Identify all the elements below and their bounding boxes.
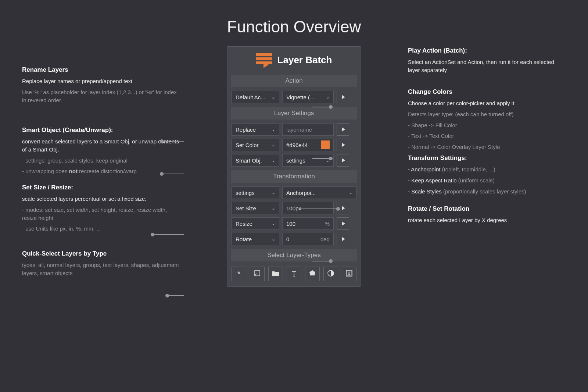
callout-desc: Choose a color per color-picker and appl… (408, 99, 514, 107)
callout-hint: - Normal -> Color Overlay Layer Style (408, 143, 514, 151)
color-run-button[interactable] (337, 139, 349, 151)
setsize-input[interactable]: 100px (282, 202, 334, 214)
callout-hint: - use Units like px, in, %, mm, ... (22, 225, 180, 233)
callout-line: - Anchorpoint (topleft, topmiddle, ...) (408, 165, 526, 174)
callout-title: Rotate / Set Rotation (408, 205, 507, 213)
panel-title: Layer Batch (277, 54, 332, 66)
callout-size: Set Size / Resize: scale selected layers… (22, 184, 180, 236)
callout-desc: scale selected layers percentual or set … (22, 195, 180, 203)
folder-icon (272, 270, 279, 278)
resize-mode-dropdown[interactable]: Resize ⌄ (232, 217, 279, 230)
chevron-down-icon: ⌄ (349, 190, 352, 195)
smart-object-icon: S (345, 270, 353, 278)
type-smart-button[interactable]: S (342, 267, 356, 281)
chevron-down-icon: ⌄ (326, 95, 330, 100)
type-adjustment-button[interactable] (323, 267, 338, 281)
setsize-value: 100px (286, 205, 301, 211)
callout-quickselect: Quick-Select Layers by Type types: all, … (22, 250, 180, 280)
callout-rotate: Rotate / Set Rotation rotate each select… (408, 205, 507, 227)
color-value: #d96e44 (286, 142, 308, 148)
chevron-down-icon: ⌄ (272, 158, 275, 163)
callout-hint: - Text -> Text Color (408, 132, 514, 140)
resize-input[interactable]: 100 % (282, 217, 334, 230)
layer-icon (254, 270, 261, 278)
anchorpoint-dropdown[interactable]: Anchorpoi... ⌄ (282, 186, 356, 199)
callout-hint: - unwrapping does not recreate distortio… (22, 167, 180, 175)
type-text-button[interactable]: T (287, 267, 301, 281)
connector-line (312, 107, 331, 107)
type-all-button[interactable]: * (232, 267, 246, 281)
rotate-mode-value: Rotate (236, 236, 252, 242)
callout-title: Change Colors (408, 88, 514, 96)
transform-settings-dropdown[interactable]: settings ⌄ (232, 186, 279, 199)
play-action-button[interactable] (337, 91, 349, 103)
play-icon (342, 158, 345, 163)
svg-text:S: S (348, 272, 350, 275)
smart-mode-dropdown[interactable]: Smart Obj. ⌄ (232, 154, 279, 167)
callout-title: Set Size / Resize: (22, 184, 180, 191)
callout-transform: Transform Settings: - Anchorpoint (tople… (408, 154, 526, 198)
connector-line (312, 158, 331, 159)
connector-line (153, 234, 184, 235)
color-input[interactable]: #d96e44 (282, 139, 334, 151)
layer-batch-logo-icon (256, 53, 272, 67)
callout-hint: types: all, normal layers, groups, text … (22, 261, 180, 277)
play-icon (342, 143, 345, 147)
smart-run-button[interactable] (337, 154, 349, 167)
chevron-down-icon: ⌄ (272, 206, 275, 211)
chevron-down-icon: ⌄ (272, 221, 275, 226)
section-action: Action (231, 75, 357, 87)
rename-mode-dropdown[interactable]: Replace ⌄ (232, 123, 279, 136)
callout-hint: Use '%i' as placeholder for layer index … (22, 88, 180, 104)
chevron-down-icon: ⌄ (272, 127, 275, 132)
connector-line (301, 209, 338, 209)
layer-batch-panel: Layer Batch Action Default Ac... ⌄ Vigne… (227, 46, 361, 287)
callout-title: Quick-Select Layers by Type (22, 250, 180, 257)
play-icon (342, 206, 345, 210)
color-mode-value: Set Color (236, 142, 259, 148)
text-icon: T (292, 270, 296, 278)
rotate-mode-dropdown[interactable]: Rotate ⌄ (232, 233, 279, 245)
panel-header: Layer Batch (228, 47, 360, 72)
color-swatch[interactable] (321, 140, 330, 149)
rename-input[interactable]: layername (282, 123, 334, 136)
rename-mode-value: Replace (236, 126, 256, 133)
callout-hint: - settings: group, scale styles, keep or… (22, 157, 180, 165)
action-value: Vignette (... (286, 94, 314, 100)
callout-hint: - modes: set size, set width, set height… (22, 206, 180, 222)
resize-value: 100 (286, 221, 295, 227)
rotate-value: 0 (286, 236, 289, 242)
rotate-input[interactable]: 0 deg (282, 233, 334, 245)
callout-title: Rename Layers (22, 66, 180, 74)
callout-smart: Smart Object (Create/Unwrap): convert ea… (22, 126, 180, 178)
section-transformation: Transformation (231, 170, 357, 183)
smart-mode-value: Smart Obj. (236, 157, 262, 164)
shape-icon (309, 270, 316, 278)
svg-marker-1 (309, 270, 315, 275)
connector-line (162, 174, 184, 174)
setsize-mode-value: Set Size (236, 205, 256, 211)
type-shape-button[interactable] (305, 267, 320, 281)
section-layer-settings: Layer Settings (231, 107, 357, 120)
resize-run-button[interactable] (337, 217, 349, 230)
adjustment-icon (327, 270, 334, 278)
actionset-dropdown[interactable]: Default Ac... ⌄ (232, 91, 279, 103)
chevron-down-icon: ⌄ (272, 236, 275, 242)
type-group-button[interactable] (268, 267, 283, 281)
callout-play-action: Play Action (Batch): Select an ActionSet… (408, 47, 566, 77)
callout-desc: rotate each selected Layer by X degrees (408, 216, 507, 224)
smart-opts-dropdown[interactable]: settings ⌄ (282, 154, 334, 167)
color-mode-dropdown[interactable]: Set Color ⌄ (232, 139, 279, 151)
type-normal-button[interactable] (250, 267, 265, 281)
setsize-mode-dropdown[interactable]: Set Size ⌄ (232, 202, 279, 214)
callout-desc: convert each selected layers to a Smart … (22, 138, 180, 154)
play-icon (342, 95, 345, 99)
resize-mode-value: Resize (236, 221, 252, 227)
rename-run-button[interactable] (337, 123, 349, 136)
callout-title: Smart Object (Create/Unwrap): (22, 126, 180, 134)
play-icon (342, 221, 345, 226)
action-dropdown[interactable]: Vignette (... ⌄ (282, 91, 334, 103)
resize-suffix: % (325, 221, 330, 227)
rotate-run-button[interactable] (337, 233, 349, 245)
play-icon (342, 127, 345, 132)
